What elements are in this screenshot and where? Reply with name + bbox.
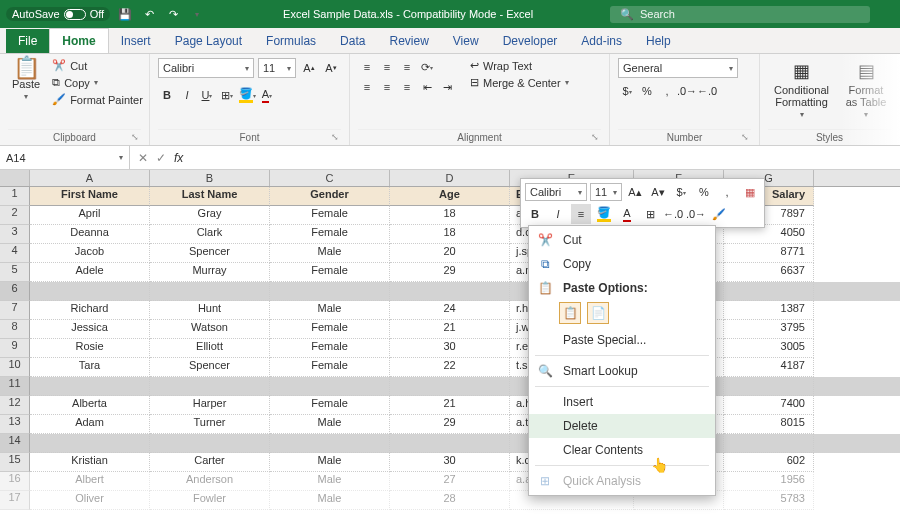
cancel-formula-icon[interactable]: ✕ <box>138 151 148 165</box>
cell-B9[interactable]: Elliott <box>150 339 270 358</box>
cell-G9[interactable]: 3005 <box>724 339 814 358</box>
cell-C16[interactable]: Male <box>270 472 390 491</box>
cell-D12[interactable]: 21 <box>390 396 510 415</box>
paste-option-values[interactable]: 📄 <box>587 302 609 324</box>
cell-A8[interactable]: Jessica <box>30 320 150 339</box>
cell-D11[interactable] <box>390 377 510 396</box>
cell-A3[interactable]: Deanna <box>30 225 150 244</box>
row-header-12[interactable]: 12 <box>0 396 30 415</box>
conditional-formatting-button[interactable]: ▦ Conditional Formatting▾ <box>768 58 835 121</box>
cell-C1[interactable]: Gender <box>270 187 390 206</box>
cell-A10[interactable]: Tara <box>30 358 150 377</box>
grid-body[interactable]: 1First NameLast NameGenderAgeEmailPhoneS… <box>0 187 900 510</box>
cell-D2[interactable]: 18 <box>390 206 510 225</box>
mini-conditional-icon[interactable]: ▦ <box>740 182 760 202</box>
cell-B8[interactable]: Watson <box>150 320 270 339</box>
tab-add-ins[interactable]: Add-ins <box>569 29 634 53</box>
tab-developer[interactable]: Developer <box>491 29 570 53</box>
ctx-delete[interactable]: Delete <box>529 414 715 438</box>
name-box[interactable]: A14▾ <box>0 146 130 169</box>
ctx-smart-lookup[interactable]: 🔍Smart Lookup <box>529 359 715 383</box>
decrease-indent-icon[interactable]: ⇤ <box>418 78 436 96</box>
cell-D14[interactable] <box>390 434 510 453</box>
bold-button[interactable]: B <box>158 86 176 104</box>
mini-accounting-icon[interactable]: $▾ <box>671 182 691 202</box>
tab-view[interactable]: View <box>441 29 491 53</box>
cell-C17[interactable]: Male <box>270 491 390 510</box>
cell-C14[interactable] <box>270 434 390 453</box>
cell-A12[interactable]: Alberta <box>30 396 150 415</box>
cell-B11[interactable] <box>150 377 270 396</box>
cut-button[interactable]: ✂️Cut <box>50 58 145 73</box>
ctx-clear-contents[interactable]: Clear Contents <box>529 438 715 462</box>
cell-C13[interactable]: Male <box>270 415 390 434</box>
col-header-C[interactable]: C <box>270 170 390 186</box>
cell-D17[interactable]: 28 <box>390 491 510 510</box>
row-header-14[interactable]: 14 <box>0 434 30 453</box>
save-icon[interactable]: 💾 <box>116 5 134 23</box>
cell-G4[interactable]: 8771 <box>724 244 814 263</box>
align-top-icon[interactable]: ≡ <box>358 58 376 76</box>
row-header-1[interactable]: 1 <box>0 187 30 206</box>
col-header-B[interactable]: B <box>150 170 270 186</box>
increase-indent-icon[interactable]: ⇥ <box>438 78 456 96</box>
wrap-text-button[interactable]: ↩Wrap Text <box>468 58 571 73</box>
cell-B3[interactable]: Clark <box>150 225 270 244</box>
cell-G5[interactable]: 6637 <box>724 263 814 282</box>
percent-format-icon[interactable]: % <box>638 82 656 100</box>
cell-B6[interactable] <box>150 282 270 301</box>
accounting-format-icon[interactable]: $▾ <box>618 82 636 100</box>
align-bottom-icon[interactable]: ≡ <box>398 58 416 76</box>
cell-B7[interactable]: Hunt <box>150 301 270 320</box>
cell-B14[interactable] <box>150 434 270 453</box>
cell-A4[interactable]: Jacob <box>30 244 150 263</box>
cell-C12[interactable]: Female <box>270 396 390 415</box>
underline-button[interactable]: U▾ <box>198 86 216 104</box>
align-center-icon[interactable]: ≡ <box>378 78 396 96</box>
cell-A1[interactable]: First Name <box>30 187 150 206</box>
mini-bold-icon[interactable]: B <box>525 204 545 224</box>
cell-D6[interactable] <box>390 282 510 301</box>
dialog-launcher-icon[interactable]: ⤡ <box>131 132 139 142</box>
cell-C15[interactable]: Male <box>270 453 390 472</box>
copy-button[interactable]: ⧉Copy▾ <box>50 75 145 90</box>
cell-C4[interactable]: Male <box>270 244 390 263</box>
cell-D5[interactable]: 29 <box>390 263 510 282</box>
cell-B5[interactable]: Murray <box>150 263 270 282</box>
cell-A15[interactable]: Kristian <box>30 453 150 472</box>
row-header-16[interactable]: 16 <box>0 472 30 491</box>
increase-decimal-icon[interactable]: .0→ <box>678 82 696 100</box>
cell-G13[interactable]: 8015 <box>724 415 814 434</box>
ctx-cut[interactable]: ✂️Cut <box>529 228 715 252</box>
cell-A14[interactable] <box>30 434 150 453</box>
cell-B2[interactable]: Gray <box>150 206 270 225</box>
undo-icon[interactable]: ↶ <box>140 5 158 23</box>
cell-B15[interactable]: Carter <box>150 453 270 472</box>
cell-A13[interactable]: Adam <box>30 415 150 434</box>
font-color-button[interactable]: A▾ <box>258 86 276 104</box>
insert-function-icon[interactable]: fx <box>174 151 183 165</box>
tab-review[interactable]: Review <box>377 29 440 53</box>
align-right-icon[interactable]: ≡ <box>398 78 416 96</box>
cell-D13[interactable]: 29 <box>390 415 510 434</box>
cell-B4[interactable]: Spencer <box>150 244 270 263</box>
cell-A16[interactable]: Albert <box>30 472 150 491</box>
row-header-15[interactable]: 15 <box>0 453 30 472</box>
cell-G11[interactable] <box>724 377 814 396</box>
tab-data[interactable]: Data <box>328 29 377 53</box>
row-header-5[interactable]: 5 <box>0 263 30 282</box>
row-header-10[interactable]: 10 <box>0 358 30 377</box>
cell-G6[interactable] <box>724 282 814 301</box>
borders-button[interactable]: ⊞▾ <box>218 86 236 104</box>
search-box[interactable]: 🔍 Search <box>610 6 870 23</box>
cell-C7[interactable]: Male <box>270 301 390 320</box>
formula-input[interactable] <box>191 146 900 169</box>
mini-italic-icon[interactable]: I <box>548 204 568 224</box>
ctx-copy[interactable]: ⧉Copy <box>529 252 715 276</box>
cell-C5[interactable]: Female <box>270 263 390 282</box>
cell-D7[interactable]: 24 <box>390 301 510 320</box>
enter-formula-icon[interactable]: ✓ <box>156 151 166 165</box>
mini-decimal-dec-icon[interactable]: ←.0 <box>663 204 683 224</box>
font-name-combo[interactable]: Calibri▾ <box>158 58 254 78</box>
mini-comma-icon[interactable]: , <box>717 182 737 202</box>
